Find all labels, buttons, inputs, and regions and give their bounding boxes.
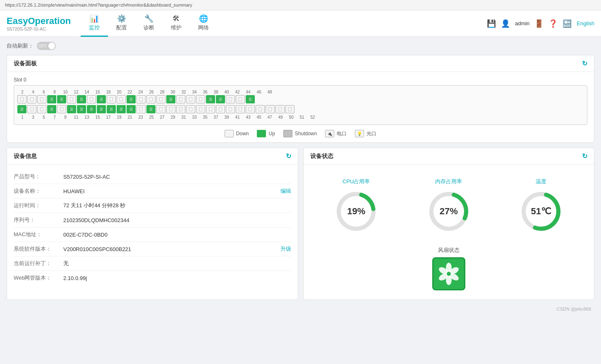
info-action-1[interactable]: 编辑 — [280, 187, 291, 195]
port-23[interactable] — [127, 105, 136, 113]
nav-tab-network[interactable]: 🌐网络 — [190, 10, 217, 37]
help-icon[interactable]: ❓ — [548, 19, 558, 28]
device-info-body: 产品型号：S5720S-52P-SI-AC设备名称：HUAWEI编辑运行时间：7… — [7, 165, 298, 290]
nav-icon-maintain: 🛠 — [172, 14, 180, 23]
port-11[interactable] — [67, 105, 76, 113]
port-5[interactable] — [37, 105, 46, 113]
port-34[interactable] — [176, 95, 185, 103]
port-52[interactable] — [285, 105, 295, 113]
language-button[interactable]: English — [577, 20, 594, 26]
port-42[interactable] — [216, 95, 225, 103]
device-info-refresh-icon[interactable]: ↻ — [286, 152, 291, 160]
info-status-section: 设备信息 ↻ 产品型号：S5720S-52P-SI-AC设备名称：HUAWEI编… — [7, 148, 594, 305]
memory-label: 内存占用率 — [435, 178, 462, 185]
port-43[interactable] — [226, 105, 235, 113]
temperature-gauge: 51℃ — [518, 189, 564, 234]
port-25[interactable] — [136, 105, 146, 113]
nav-tab-maintain[interactable]: 🛠维护 — [163, 10, 190, 37]
port-28[interactable] — [146, 95, 156, 103]
port-8[interactable] — [47, 95, 56, 103]
port-num-23: 23 — [136, 115, 146, 120]
port-13[interactable] — [77, 105, 86, 113]
port-16[interactable] — [87, 95, 96, 103]
port-10[interactable] — [57, 95, 66, 103]
port-17[interactable] — [97, 105, 106, 113]
port-49[interactable] — [256, 105, 265, 113]
port-33[interactable] — [176, 105, 185, 113]
port-27[interactable] — [146, 105, 156, 113]
port-num-35: 35 — [200, 115, 210, 120]
port-18[interactable] — [97, 95, 106, 103]
back-icon[interactable]: 🔙 — [563, 19, 572, 28]
port-15[interactable] — [87, 105, 96, 113]
port-num-34: 34 — [189, 90, 199, 94]
port-36[interactable] — [186, 95, 195, 103]
legend-down-label: Down — [236, 131, 249, 136]
port-48[interactable] — [246, 95, 255, 103]
info-label-4: MAC地址： — [14, 231, 63, 238]
nav-icon-monitor: 📊 — [90, 14, 99, 23]
port-12[interactable] — [67, 95, 76, 103]
info-value-3: 2102350DLQDMHC002344 — [63, 217, 291, 223]
port-num-29: 29 — [168, 115, 178, 120]
port-32[interactable] — [166, 95, 175, 103]
port-num-27: 27 — [157, 115, 167, 120]
port-20[interactable] — [107, 95, 116, 103]
port-39[interactable] — [206, 105, 215, 113]
port-45[interactable] — [236, 105, 245, 113]
device-status-refresh-icon[interactable]: ↻ — [582, 152, 587, 160]
port-30[interactable] — [156, 95, 165, 103]
port-1[interactable] — [17, 105, 26, 113]
port-2[interactable] — [17, 95, 26, 103]
legend-optical: 💡 光口 — [355, 130, 376, 137]
logo-title: EasyOperation — [7, 16, 71, 26]
logo-easy: Easy — [7, 16, 28, 26]
port-21[interactable] — [117, 105, 126, 113]
port-46[interactable] — [236, 95, 245, 103]
port-40[interactable] — [206, 95, 215, 103]
port-29[interactable] — [156, 105, 165, 113]
port-num-16: 16 — [93, 90, 103, 94]
port-50[interactable] — [266, 105, 275, 113]
device-status-body: CPU占用率 19% 内存占用率 — [304, 165, 594, 299]
port-14[interactable] — [77, 95, 86, 103]
logout-icon[interactable]: 🚪 — [534, 19, 544, 28]
device-info-title: 设备信息 — [14, 153, 37, 160]
nav-tab-config[interactable]: ⚙️配置 — [108, 10, 135, 37]
nav-tab-monitor[interactable]: 📊监控 — [81, 10, 108, 37]
user-icon[interactable]: 👤 — [501, 19, 510, 28]
device-info-header: 设备信息 ↻ — [7, 148, 298, 165]
port-num-9: 9 — [60, 115, 70, 120]
port-9[interactable] — [57, 105, 66, 113]
port-6[interactable] — [37, 95, 46, 103]
auto-refresh-toggle[interactable]: OFF — [37, 42, 56, 50]
port-26[interactable] — [136, 95, 146, 103]
legend-optical-label: 光口 — [366, 130, 376, 137]
cpu-value: 19% — [347, 206, 365, 217]
device-status-title: 设备状态 — [310, 153, 333, 160]
port-31[interactable] — [166, 105, 175, 113]
port-4[interactable] — [27, 95, 36, 103]
device-panel-refresh-icon[interactable]: ↻ — [582, 60, 587, 67]
info-row-0: 产品型号：S5720S-52P-SI-AC — [14, 170, 291, 184]
save-icon[interactable]: 💾 — [487, 19, 496, 28]
port-51[interactable] — [275, 105, 285, 113]
port-22[interactable] — [117, 95, 126, 103]
info-action-5[interactable]: 升级 — [280, 245, 291, 253]
port-44[interactable] — [226, 95, 235, 103]
port-24[interactable] — [127, 95, 136, 103]
nav-label-network: 网络 — [198, 24, 209, 31]
port-37[interactable] — [196, 105, 205, 113]
port-47[interactable] — [246, 105, 255, 113]
nav-tab-diagnose[interactable]: 🔧诊断 — [135, 10, 163, 37]
legend-down: Down — [225, 130, 249, 137]
port-7[interactable] — [47, 105, 56, 113]
port-41[interactable] — [216, 105, 225, 113]
port-19[interactable] — [107, 105, 116, 113]
info-value-4: 002E-C7DC-0BD0 — [63, 232, 291, 238]
port-3[interactable] — [27, 105, 36, 113]
port-35[interactable] — [186, 105, 195, 113]
temperature-gauge-item: 温度 51℃ — [518, 178, 564, 234]
port-num-5: 5 — [39, 115, 49, 120]
port-38[interactable] — [196, 95, 205, 103]
